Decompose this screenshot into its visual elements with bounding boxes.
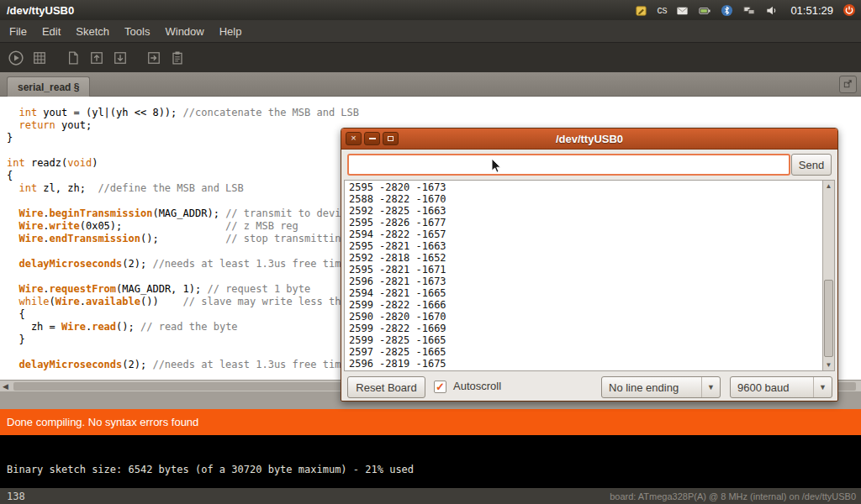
serial-send-input[interactable] [347,154,790,176]
verify-button[interactable] [5,47,27,69]
board-info: board: ATmega328P(A) @ 8 MHz (internal) … [610,491,856,501]
send-button[interactable]: Send [791,154,832,176]
serial-line: 2599 -2825 -1665 [349,334,446,346]
reset-board-button[interactable]: Reset Board [347,376,425,398]
mail-icon[interactable] [676,4,689,17]
serial-line: 2594 -2821 -1665 [349,287,446,299]
notes-icon[interactable] [635,4,647,17]
battery-icon[interactable] [698,4,711,17]
volume-icon[interactable] [765,4,778,17]
keyboard-layout-indicator[interactable]: cs [657,4,667,16]
serial-line: 2592 -2818 -1652 [349,252,446,264]
network-icon[interactable] [742,4,756,17]
serial-line: 2599 -2822 -1669 [349,323,446,334]
scroll-left-arrow-icon[interactable]: ◀ [3,381,8,391]
serial-monitor-title: /dev/ttyUSB0 [556,133,623,145]
bluetooth-icon[interactable] [721,4,733,17]
menu-edit[interactable]: Edit [34,22,68,41]
serial-line: 2595 -2821 -1663 [349,240,446,252]
baud-rate-dropdown[interactable]: 9600 baud ▼ [730,376,832,398]
save-sketch-button[interactable] [109,47,131,69]
serial-monitor-titlebar[interactable]: × /dev/ttyUSB0 [341,129,837,150]
open-sketch-button[interactable] [86,47,108,69]
serial-monitor-button[interactable] [166,47,188,69]
serial-line: 2595 -2821 -1671 [349,264,446,276]
serial-monitor-window: × /dev/ttyUSB0 Send 2595 -2820 -16732588… [341,128,838,402]
tab-menu-button[interactable] [839,76,857,93]
system-tray: cs 01:51:29 [635,3,856,17]
scroll-down-arrow-icon[interactable]: ▼ [823,360,834,370]
baud-rate-value: 9600 baud [731,381,813,394]
console-output: Binary sketch size: 6542 bytes (of a 307… [7,464,414,475]
menu-window[interactable]: Window [157,22,211,41]
serial-output: 2595 -2820 -16732588 -2822 -16702592 -28… [349,181,446,370]
toolbar [0,42,861,72]
clock[interactable]: 01:51:29 [790,4,833,17]
top-panel: /dev/ttyUSB0 cs 01:51:29 [0,0,861,20]
line-ending-dropdown[interactable]: No line ending ▼ [601,376,721,398]
chevron-down-icon: ▼ [701,377,720,397]
line-number-indicator: 138 [7,491,25,502]
power-icon[interactable] [843,3,856,17]
menu-tools[interactable]: Tools [117,22,157,41]
serial-line: 2590 -2820 -1670 [349,311,446,323]
menu-file[interactable]: File [2,22,34,41]
scroll-up-arrow-icon[interactable]: ▲ [823,181,834,192]
line-ending-value: No line ending [602,381,701,394]
maximize-icon[interactable] [383,132,399,145]
chevron-down-icon: ▼ [813,377,832,397]
menu-help[interactable]: Help [212,22,250,41]
window-controls: × [346,132,399,145]
tab-serial-read[interactable]: serial_read § [7,76,90,97]
serial-line: 2595 -2826 -1677 [349,217,446,228]
close-icon[interactable]: × [346,132,362,145]
serial-line: 2592 -2825 -1663 [349,205,446,217]
upload-button[interactable] [143,47,165,69]
status-footer: 138 board: ATmega328P(A) @ 8 MHz (intern… [0,488,861,504]
serial-line: 2597 -2825 -1665 [349,346,446,358]
stop-button[interactable] [29,47,50,69]
tab-bar: serial_read § [0,72,861,97]
popout-arrow-icon [843,77,853,92]
serial-output-area[interactable]: 2595 -2820 -16732588 -2822 -16702592 -28… [344,180,835,371]
serial-line: 2596 -2819 -1675 [349,358,446,370]
compile-status-bar: Done compiling. No syntax errors found [0,409,861,435]
menubar: FileEditSketchToolsWindowHelp [0,20,861,42]
serial-line: 2594 -2822 -1657 [349,228,446,240]
serial-line: 2595 -2820 -1673 [349,181,446,193]
serial-line: 2596 -2821 -1673 [349,276,446,287]
window-title: /dev/ttyUSB0 [7,4,74,17]
menu-sketch[interactable]: Sketch [68,22,117,41]
serial-vertical-scrollbar[interactable]: ▲ ▼ [822,181,834,370]
new-sketch-button[interactable] [62,47,84,69]
serial-monitor-body: Send 2595 -2820 -16732588 -2822 -1670259… [341,150,837,401]
autoscroll-checkbox[interactable]: ✓ [434,381,446,393]
code-line: int yout = (yl|(yh << 8)); //concatenate… [7,107,861,119]
desktop: /dev/ttyUSB0 cs 01:51:29 FileEditSketchT… [0,0,861,504]
minimize-icon[interactable] [364,132,380,145]
build-console: Binary sketch size: 6542 bytes (of a 307… [0,435,861,488]
autoscroll-label[interactable]: Autoscroll [453,380,501,392]
scrollbar-thumb[interactable] [824,280,833,357]
status-message: Done compiling. No syntax errors found [7,416,198,428]
serial-line: 2588 -2822 -1670 [349,193,446,205]
serial-line: 2599 -2822 -1666 [349,299,446,311]
